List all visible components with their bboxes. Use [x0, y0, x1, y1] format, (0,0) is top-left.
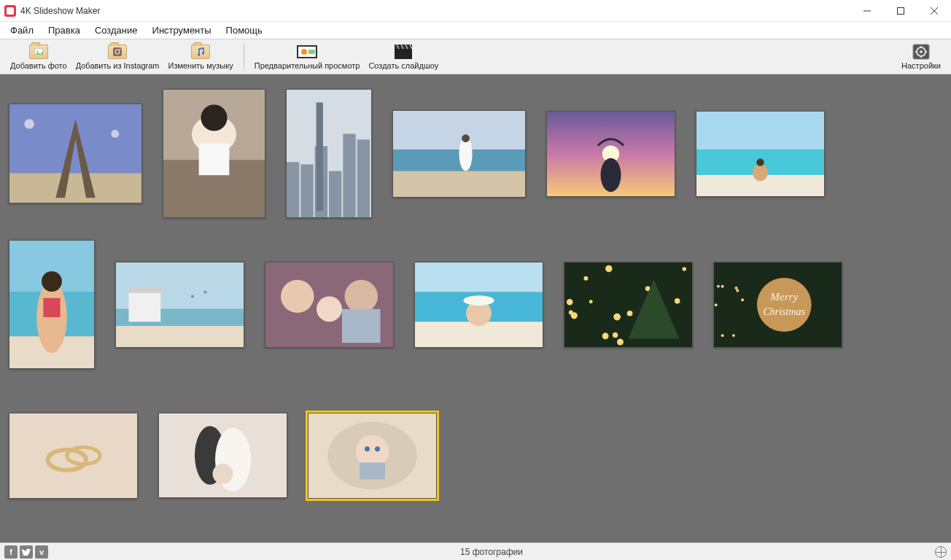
- svg-rect-43: [343, 133, 355, 217]
- svg-rect-1: [898, 7, 904, 14]
- thumbnail-wedding-rings[interactable]: [9, 413, 138, 499]
- svg-point-104: [732, 334, 735, 337]
- menubar: Файл Правка Создание Инструменты Помощь: [0, 22, 951, 39]
- thumbnail-family-baby-kiss[interactable]: [265, 262, 394, 348]
- svg-point-31: [24, 119, 34, 129]
- thumbnail-girl-balcony[interactable]: [163, 89, 265, 218]
- svg-rect-40: [300, 164, 313, 217]
- svg-text:Christmas: Christmas: [763, 306, 805, 316]
- svg-rect-6: [113, 47, 122, 56]
- preview-button[interactable]: Предварительный просмотр: [250, 40, 365, 74]
- change-music-label: Изменить музыку: [168, 61, 233, 70]
- thumbnail-woman-swimsuit-beach[interactable]: [9, 240, 95, 369]
- menu-help[interactable]: Помощь: [219, 23, 270, 38]
- svg-rect-68: [129, 292, 161, 322]
- status-count: 15 фотографии: [48, 547, 935, 557]
- svg-point-109: [717, 284, 720, 287]
- svg-point-70: [191, 295, 194, 298]
- svg-point-50: [462, 134, 470, 142]
- svg-rect-111: [9, 413, 137, 498]
- svg-point-94: [589, 300, 593, 303]
- toolbar-separator: [244, 43, 244, 71]
- svg-point-107: [721, 334, 724, 337]
- svg-point-110: [741, 298, 744, 301]
- facebook-icon[interactable]: f: [4, 545, 18, 559]
- minimize-button[interactable]: [850, 0, 884, 22]
- svg-rect-29: [9, 174, 141, 203]
- svg-rect-76: [342, 308, 381, 342]
- svg-point-108: [736, 289, 739, 292]
- thumbnail-lifeguard-tower[interactable]: [115, 262, 244, 348]
- svg-rect-45: [317, 103, 323, 211]
- thumbnail-sunset-heart-hands[interactable]: [546, 111, 675, 197]
- svg-rect-64: [43, 298, 60, 317]
- svg-point-88: [583, 276, 588, 280]
- svg-point-97: [613, 332, 618, 337]
- svg-rect-54: [696, 112, 824, 149]
- svg-rect-47: [393, 149, 525, 171]
- svg-point-103: [735, 287, 738, 289]
- thumbnail-baby-blanket[interactable]: [308, 413, 437, 499]
- thumbnail-wedding-couple[interactable]: [158, 413, 287, 498]
- thumbnail-eiffel-tower[interactable]: [9, 104, 142, 203]
- settings-button[interactable]: Настройки: [897, 40, 945, 74]
- svg-point-105: [721, 284, 724, 287]
- preview-icon: [297, 44, 317, 60]
- svg-point-74: [345, 279, 379, 312]
- thumb-row: [9, 388, 942, 523]
- create-slideshow-button[interactable]: Создать слайдшоу: [364, 40, 443, 74]
- twitter-icon[interactable]: [20, 545, 33, 559]
- svg-rect-14: [308, 50, 315, 54]
- svg-point-53: [601, 158, 621, 191]
- svg-rect-44: [357, 139, 370, 217]
- folder-photo-icon: [28, 44, 49, 60]
- menu-create[interactable]: Создание: [88, 23, 145, 38]
- change-music-button[interactable]: Изменить музыку: [163, 40, 237, 74]
- svg-point-5: [36, 50, 38, 52]
- thumbnail-beach-sitting[interactable]: [696, 111, 825, 197]
- svg-rect-69: [129, 287, 165, 292]
- add-instagram-label: Добавить из Instagram: [76, 61, 160, 70]
- thumbnail-beach-hat-back[interactable]: [414, 262, 543, 348]
- create-slideshow-label: Создать слайдшоу: [368, 61, 438, 70]
- add-instagram-button[interactable]: Добавить из Instagram: [71, 40, 164, 74]
- window-title: 4K Slideshow Maker: [20, 6, 100, 16]
- svg-point-10: [202, 52, 204, 54]
- svg-rect-48: [393, 171, 525, 196]
- thumbnail-merry-christmas-ornament[interactable]: MerryChristmas: [713, 262, 842, 348]
- thumb-row: MerryChristmas: [9, 237, 942, 372]
- svg-point-91: [675, 298, 680, 304]
- svg-point-13: [301, 49, 307, 55]
- svg-point-71: [204, 290, 207, 293]
- svg-rect-37: [199, 144, 230, 176]
- svg-point-117: [213, 464, 233, 484]
- menu-edit[interactable]: Правка: [41, 23, 88, 38]
- add-photo-button[interactable]: Добавить фото: [6, 40, 71, 74]
- vimeo-icon[interactable]: v: [35, 545, 48, 559]
- globe-icon[interactable]: [935, 546, 947, 558]
- folder-instagram-icon: [107, 44, 128, 60]
- svg-point-96: [571, 312, 578, 319]
- app-logo-icon: [4, 5, 16, 17]
- maximize-button[interactable]: [884, 0, 917, 22]
- thumbnail-skyscrapers[interactable]: [286, 89, 372, 218]
- svg-point-81: [464, 295, 494, 306]
- svg-rect-123: [360, 462, 385, 479]
- add-photo-label: Добавить фото: [10, 61, 67, 70]
- settings-gear-icon: [911, 44, 931, 60]
- thumbnail-christmas-tree-dark[interactable]: [564, 262, 693, 348]
- close-button[interactable]: [917, 0, 951, 22]
- svg-point-36: [201, 104, 227, 131]
- menu-tools[interactable]: Инструменты: [145, 23, 219, 38]
- svg-point-106: [715, 303, 718, 306]
- statusbar: f v 15 фотографии: [0, 542, 951, 560]
- svg-point-32: [111, 130, 119, 138]
- svg-point-73: [281, 279, 314, 312]
- workspace[interactable]: MerryChristmas: [0, 74, 951, 542]
- thumbnail-woman-beach-walking[interactable]: [392, 110, 526, 198]
- thumb-row: [9, 86, 942, 221]
- svg-point-122: [375, 446, 380, 451]
- menu-file[interactable]: Файл: [3, 23, 41, 38]
- svg-point-75: [317, 296, 342, 322]
- svg-point-90: [617, 338, 624, 345]
